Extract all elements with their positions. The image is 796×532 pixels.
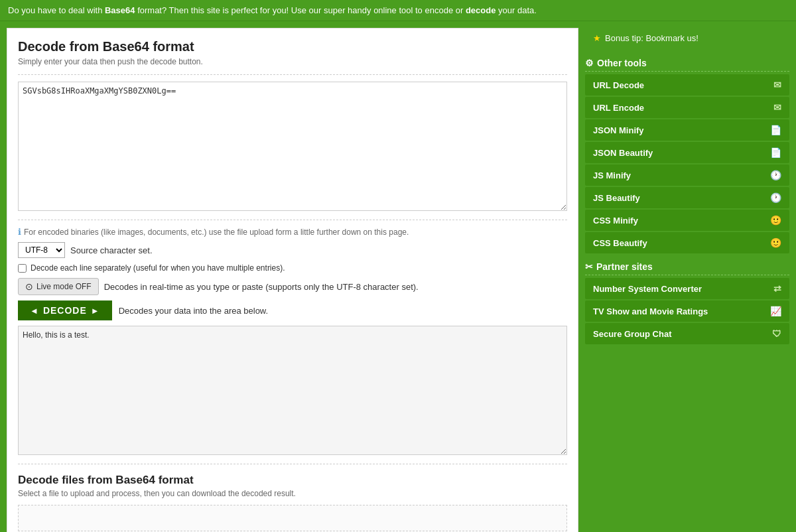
decode-btn-label: DECODE bbox=[43, 305, 87, 316]
top-banner: Do you have to deal with Base64 format? … bbox=[0, 0, 796, 21]
live-mode-row: ⊙ Live mode OFF Decodes in real-time as … bbox=[18, 278, 567, 295]
json-beautify-label: JSON Beautify bbox=[593, 148, 653, 158]
gear-icon: ⚙ bbox=[585, 58, 594, 68]
js-beautify-item[interactable]: JS Beautify 🕐 bbox=[585, 187, 789, 208]
js-minify-icon: 🕐 bbox=[770, 170, 781, 180]
input-textarea[interactable]: SGVsbG8sIHRoaXMgaXMgYSB0ZXN0Lg== bbox=[18, 82, 567, 211]
info-text-content: For encoded binaries (like images, docum… bbox=[24, 228, 409, 237]
main-layout: Decode from Base64 format Simply enter y… bbox=[0, 21, 796, 532]
url-decode-icon: ✉ bbox=[773, 80, 781, 90]
output-textarea[interactable]: Hello, this is a test. bbox=[18, 326, 567, 455]
decode-lines-checkbox[interactable] bbox=[18, 264, 27, 273]
secure-chat-icon: 🛡 bbox=[772, 328, 781, 339]
tv-ratings-icon: 📈 bbox=[770, 306, 781, 316]
secure-chat-item[interactable]: Secure Group Chat 🛡 bbox=[585, 323, 789, 344]
other-tools-title: ⚙ Other tools bbox=[585, 54, 789, 72]
json-beautify-icon: 📄 bbox=[770, 147, 781, 158]
charset-row: UTF-8 Latin-1 ASCII Source character set… bbox=[18, 242, 567, 258]
banner-bold2: decode bbox=[466, 5, 496, 15]
content-area: Decode from Base64 format Simply enter y… bbox=[7, 28, 578, 532]
json-beautify-item[interactable]: JSON Beautify 📄 bbox=[585, 142, 789, 163]
url-decode-label: URL Decode bbox=[593, 80, 644, 90]
live-mode-label: Live mode OFF bbox=[36, 282, 92, 291]
css-beautify-item[interactable]: CSS Beautify 🙂 bbox=[585, 232, 789, 253]
live-mode-button[interactable]: ⊙ Live mode OFF bbox=[18, 278, 99, 295]
url-encode-item[interactable]: URL Encode ✉ bbox=[585, 97, 789, 118]
json-minify-icon: 📄 bbox=[770, 125, 781, 135]
js-minify-item[interactable]: JS Minify 🕐 bbox=[585, 165, 789, 186]
files-section-title: Decode files from Base64 format bbox=[18, 474, 567, 487]
url-decode-item[interactable]: URL Decode ✉ bbox=[585, 74, 789, 96]
page-subtitle: Simply enter your data then push the dec… bbox=[18, 57, 567, 66]
css-minify-item[interactable]: CSS Minify 🙂 bbox=[585, 210, 789, 231]
toggle-icon: ⊙ bbox=[25, 281, 33, 292]
secure-chat-label: Secure Group Chat bbox=[593, 329, 671, 339]
css-minify-icon: 🙂 bbox=[770, 215, 781, 226]
bonus-tip-text: Bonus tip: Bookmark us! bbox=[605, 33, 698, 43]
arrow-right-icon: ► bbox=[91, 306, 100, 316]
banner-bold1: Base64 bbox=[105, 5, 135, 15]
number-converter-label: Number System Converter bbox=[593, 284, 702, 294]
sidebar: ★ Bonus tip: Bookmark us! ⚙ Other tools … bbox=[585, 28, 789, 346]
decode-row: ◄ DECODE ► Decodes your data into the ar… bbox=[18, 300, 567, 320]
checkbox-row: Decode each line separately (useful for … bbox=[18, 263, 567, 273]
banner-text: Do you have to deal with Base64 format? … bbox=[8, 5, 537, 15]
tv-ratings-item[interactable]: TV Show and Movie Ratings 📈 bbox=[585, 300, 789, 322]
url-encode-label: URL Encode bbox=[593, 103, 644, 113]
arrow-left-icon: ◄ bbox=[30, 306, 39, 316]
info-icon: ℹ bbox=[18, 227, 21, 237]
info-text-row: ℹ For encoded binaries (like images, doc… bbox=[18, 227, 567, 237]
json-minify-label: JSON Minify bbox=[593, 125, 644, 135]
js-beautify-label: JS Beautify bbox=[593, 193, 640, 203]
css-beautify-icon: 🙂 bbox=[770, 237, 781, 248]
other-tools-label: Other tools bbox=[597, 58, 647, 68]
js-beautify-icon: 🕐 bbox=[770, 192, 781, 203]
partner-icon: ✂ bbox=[585, 261, 593, 272]
checkbox-label[interactable]: Decode each line separately (useful for … bbox=[31, 263, 285, 273]
divider-3 bbox=[18, 464, 567, 464]
charset-select[interactable]: UTF-8 Latin-1 ASCII bbox=[18, 242, 65, 258]
divider-2 bbox=[18, 220, 567, 220]
bonus-tip: ★ Bonus tip: Bookmark us! bbox=[585, 28, 789, 48]
charset-label: Source character set. bbox=[70, 245, 153, 255]
page-title: Decode from Base64 format bbox=[18, 39, 567, 54]
decode-button[interactable]: ◄ DECODE ► bbox=[18, 300, 112, 320]
star-icon: ★ bbox=[593, 33, 601, 43]
divider-1 bbox=[18, 74, 567, 75]
css-minify-label: CSS Minify bbox=[593, 216, 638, 226]
json-minify-item[interactable]: JSON Minify 📄 bbox=[585, 119, 789, 141]
css-beautify-label: CSS Beautify bbox=[593, 238, 647, 248]
decode-description: Decodes your data into the area below. bbox=[119, 306, 268, 316]
file-upload-area[interactable] bbox=[18, 505, 567, 531]
partner-sites-title: ✂ Partner sites bbox=[585, 255, 789, 275]
tv-ratings-label: TV Show and Movie Ratings bbox=[593, 306, 708, 316]
files-section-subtitle: Select a file to upload and process, the… bbox=[18, 489, 567, 498]
js-minify-label: JS Minify bbox=[593, 170, 631, 180]
url-encode-icon: ✉ bbox=[773, 102, 781, 113]
live-mode-desc: Decodes in real-time as you type or past… bbox=[104, 282, 419, 292]
partner-sites-label: Partner sites bbox=[596, 261, 653, 272]
number-converter-item[interactable]: Number System Converter ⇄ bbox=[585, 278, 789, 299]
number-converter-icon: ⇄ bbox=[773, 283, 781, 294]
